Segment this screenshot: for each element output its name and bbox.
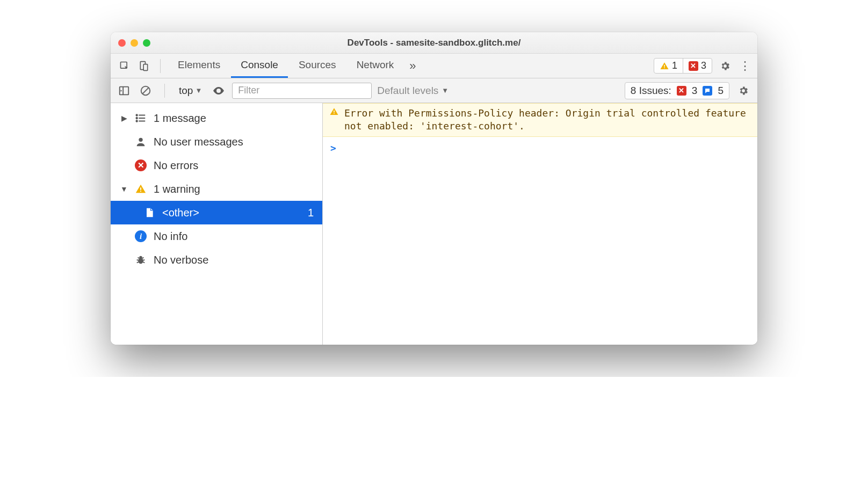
- sidebar-verbose[interactable]: No verbose: [111, 248, 322, 272]
- sidebar-other[interactable]: <other> 1: [111, 201, 322, 224]
- user-icon: [134, 136, 147, 148]
- sidebar-info[interactable]: i No info: [111, 224, 322, 248]
- console-settings-icon[interactable]: [735, 82, 752, 99]
- sidebar-messages-label: 1 message: [154, 112, 206, 125]
- svg-line-23: [137, 262, 139, 263]
- svg-point-16: [139, 138, 142, 142]
- svg-line-8: [143, 88, 149, 93]
- context-selector[interactable]: top ▼: [176, 85, 205, 97]
- svg-point-14: [136, 118, 137, 119]
- settings-icon[interactable]: [717, 57, 734, 75]
- svg-line-25: [138, 257, 140, 258]
- tab-console[interactable]: Console: [231, 54, 288, 78]
- error-icon: ✕: [677, 86, 686, 96]
- minimize-window-button[interactable]: [131, 39, 138, 47]
- device-toolbar-icon[interactable]: [135, 57, 153, 75]
- svg-point-20: [139, 256, 142, 259]
- console-output: Error with Permissions-Policy header: Or…: [323, 103, 757, 345]
- warning-icon: [134, 183, 147, 195]
- chevron-down-icon: ▼: [442, 86, 449, 94]
- svg-rect-17: [140, 187, 141, 190]
- sidebar-user-label: No user messages: [154, 136, 243, 148]
- toolbar-right: 1 ✕ 3 ⋮: [654, 57, 752, 75]
- svg-rect-4: [664, 67, 665, 68]
- panel-tabs: Elements Console Sources Network »: [168, 54, 421, 78]
- error-icon: ✕: [135, 159, 147, 171]
- bug-icon: [134, 254, 147, 266]
- window-title: DevTools - samesite-sandbox.glitch.me/: [111, 38, 757, 48]
- svg-rect-18: [140, 191, 141, 192]
- sidebar-warnings[interactable]: ▼ 1 warning: [111, 177, 322, 201]
- tab-network[interactable]: Network: [347, 54, 404, 78]
- svg-rect-28: [334, 113, 335, 114]
- levels-label: Default levels: [377, 85, 438, 97]
- sidebar-info-label: No info: [154, 230, 187, 243]
- chevron-right-icon: ▶: [120, 114, 128, 122]
- chevron-down-icon: ▼: [195, 86, 202, 94]
- window-controls: [118, 39, 150, 47]
- error-warning-badges[interactable]: 1 ✕ 3: [654, 58, 712, 74]
- sidebar-other-label: <other>: [162, 207, 199, 219]
- divider: [164, 84, 165, 98]
- toggle-sidebar-icon[interactable]: [116, 83, 132, 99]
- list-icon: [134, 112, 147, 124]
- info-icon: i: [135, 230, 147, 242]
- divider: [160, 59, 161, 73]
- close-window-button[interactable]: [118, 39, 126, 47]
- console-sidebar: ▶ 1 message No user messages ✕ No errors…: [111, 103, 323, 345]
- svg-point-13: [136, 114, 137, 115]
- svg-rect-3: [664, 64, 665, 67]
- main-toolbar: Elements Console Sources Network » 1 ✕ 3: [111, 54, 757, 78]
- console-filterbar: top ▼ Default levels ▼ 8 Issues: ✕ 3 5: [111, 78, 757, 103]
- console-prompt[interactable]: >: [323, 137, 757, 159]
- message-icon: [703, 86, 712, 96]
- more-tabs-button[interactable]: »: [404, 54, 421, 78]
- tab-sources[interactable]: Sources: [289, 54, 346, 78]
- live-expression-icon[interactable]: [211, 83, 227, 99]
- svg-line-22: [143, 260, 145, 260]
- file-icon: [143, 206, 156, 219]
- svg-rect-2: [143, 64, 148, 70]
- prompt-chevron-icon: >: [330, 142, 336, 154]
- warning-icon: [329, 107, 339, 133]
- console-warning-message[interactable]: Error with Permissions-Policy header: Or…: [323, 103, 757, 137]
- sidebar-verbose-label: No verbose: [154, 254, 208, 266]
- clear-console-icon[interactable]: [138, 83, 154, 99]
- error-icon: ✕: [689, 61, 698, 71]
- svg-line-24: [143, 262, 145, 263]
- console-body: ▶ 1 message No user messages ✕ No errors…: [111, 103, 757, 345]
- titlebar: DevTools - samesite-sandbox.glitch.me/: [111, 32, 757, 54]
- warnings-count: 1: [672, 60, 677, 71]
- sidebar-errors[interactable]: ✕ No errors: [111, 154, 322, 177]
- more-options-icon[interactable]: ⋮: [738, 59, 752, 73]
- context-label: top: [179, 85, 193, 97]
- filter-input[interactable]: [232, 83, 372, 99]
- sidebar-messages[interactable]: ▶ 1 message: [111, 106, 322, 130]
- sidebar-errors-label: No errors: [154, 159, 198, 172]
- issues-error-count: 3: [692, 85, 698, 97]
- warning-text: Error with Permissions-Policy header: Or…: [344, 107, 751, 133]
- svg-rect-27: [334, 111, 335, 113]
- issues-info-count: 5: [718, 85, 724, 97]
- svg-point-9: [218, 90, 220, 92]
- sidebar-user-messages[interactable]: No user messages: [111, 130, 322, 154]
- warning-icon: [660, 61, 669, 71]
- inspect-element-icon[interactable]: [116, 57, 133, 75]
- svg-line-21: [137, 260, 139, 260]
- maximize-window-button[interactable]: [143, 39, 150, 47]
- svg-point-15: [136, 120, 137, 121]
- sidebar-other-count: 1: [308, 207, 314, 219]
- svg-line-26: [142, 257, 144, 258]
- chevron-down-icon: ▼: [120, 185, 128, 193]
- issues-label: 8 Issues:: [631, 85, 671, 97]
- tab-elements[interactable]: Elements: [168, 54, 230, 78]
- errors-count: 3: [701, 60, 706, 71]
- issues-button[interactable]: 8 Issues: ✕ 3 5: [625, 82, 729, 99]
- devtools-window: DevTools - samesite-sandbox.glitch.me/ E…: [111, 32, 757, 345]
- log-levels-selector[interactable]: Default levels ▼: [377, 85, 449, 97]
- sidebar-warnings-label: 1 warning: [154, 183, 200, 195]
